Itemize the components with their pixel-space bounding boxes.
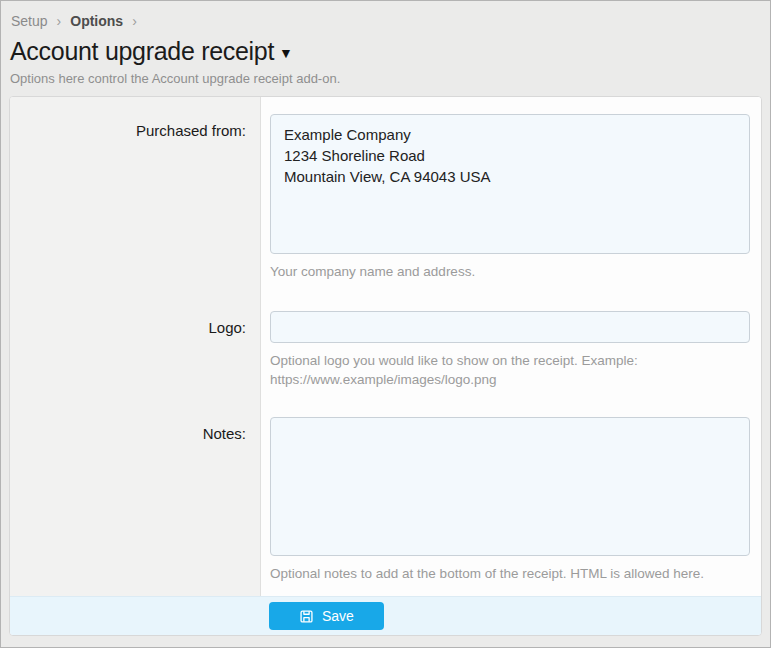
purchased-from-textarea[interactable]: Example Company 1234 Shoreline Road Moun… [270, 114, 750, 254]
notes-label: Notes: [10, 417, 260, 583]
form-row-notes: Notes: Optional notes to add at the bott… [10, 417, 761, 583]
form-row-logo: Logo: Optional logo you would like to sh… [10, 311, 761, 389]
form-footer: Save [10, 596, 761, 635]
page-subtitle: Options here control the Account upgrade… [10, 71, 758, 86]
notes-help-text: Optional notes to add at the bottom of t… [270, 564, 750, 583]
notes-textarea[interactable] [270, 417, 750, 556]
save-button-label: Save [322, 608, 354, 624]
chevron-right-icon: › [132, 13, 137, 29]
form-row-purchased-from: Purchased from: Example Company 1234 Sho… [10, 97, 761, 281]
options-panel: Purchased from: Example Company 1234 Sho… [9, 96, 762, 636]
logo-input[interactable] [270, 311, 750, 343]
dropdown-caret-icon[interactable]: ▼ [279, 45, 293, 61]
breadcrumb-item-options[interactable]: Options [70, 13, 123, 29]
logo-help-text: Optional logo you would like to show on … [270, 351, 750, 389]
page-title-text: Account upgrade receipt [10, 37, 274, 65]
chevron-right-icon: › [57, 13, 62, 29]
logo-label: Logo: [10, 311, 260, 389]
save-button[interactable]: Save [269, 602, 384, 630]
purchased-from-label: Purchased from: [10, 114, 260, 281]
breadcrumb-item-setup[interactable]: Setup [11, 13, 48, 29]
page-title: Account upgrade receipt▼ [10, 37, 758, 66]
purchased-from-help-text: Your company name and address. [270, 262, 750, 281]
breadcrumb: Setup › Options › [10, 12, 758, 36]
page-header: Setup › Options › Account upgrade receip… [1, 1, 770, 86]
save-floppy-disk-icon [299, 609, 314, 624]
options-form: Purchased from: Example Company 1234 Sho… [10, 97, 761, 596]
